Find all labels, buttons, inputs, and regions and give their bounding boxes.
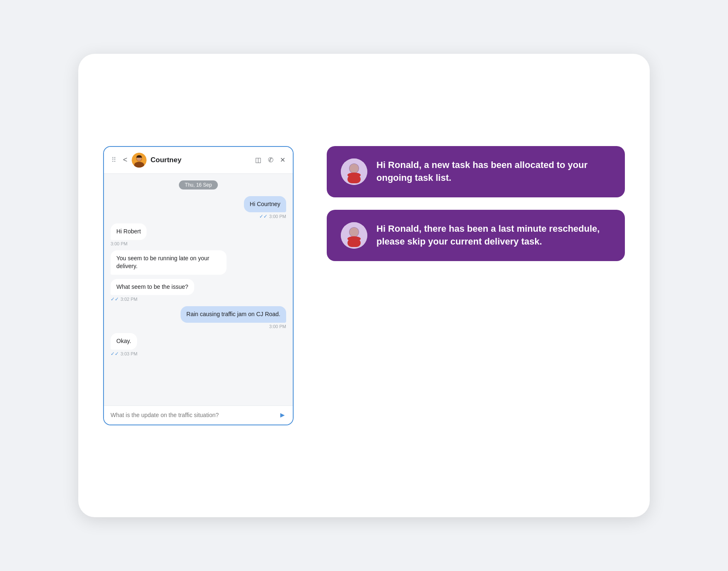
message-time: 3:00 PM: [269, 214, 286, 219]
message-time: 3:00 PM: [269, 324, 286, 329]
header-icons: ◫ ✆ ✕: [255, 156, 285, 164]
read-tick-icon: ✓✓: [111, 296, 119, 302]
notification-text-1: Hi Ronald, a new task has been allocated…: [376, 158, 611, 185]
notification-text-2: Hi Ronald, there has been a last minute …: [376, 222, 611, 249]
back-button[interactable]: <: [123, 156, 128, 164]
close-icon[interactable]: ✕: [280, 156, 285, 164]
message-meta: 3:00 PM: [111, 241, 128, 246]
read-tick-icon: ✓✓: [111, 351, 119, 357]
send-button[interactable]: ►: [279, 411, 286, 420]
message-meta: ✓✓ 3:00 PM: [259, 214, 286, 219]
chat-window-wrapper: ⠿ < Courtney ◫ ✆: [103, 146, 294, 425]
message-row: Rain causing traffic jam on CJ Road. 3:0…: [111, 306, 286, 329]
phone-icon[interactable]: ✆: [268, 156, 273, 164]
message-meta: ✓✓ 3:03 PM: [111, 351, 137, 357]
notification-card-1: Hi Ronald, a new task has been allocated…: [327, 146, 625, 197]
message-meta: 3:00 PM: [269, 324, 286, 329]
message-bubble: Rain causing traffic jam on CJ Road.: [181, 306, 286, 323]
contact-name: Courtney: [151, 156, 251, 164]
message-bubble: You seem to be running late on your deli…: [111, 250, 227, 275]
message-bubble: Okay.: [111, 333, 137, 350]
svg-point-11: [350, 228, 359, 237]
message-bubble: Hi Robert: [111, 223, 147, 240]
message-meta: ✓✓ 3:02 PM: [111, 296, 137, 302]
svg-point-13: [347, 236, 361, 241]
message-row: What seem to be the issue? ✓✓ 3:02 PM: [111, 279, 286, 302]
chat-header: ⠿ < Courtney ◫ ✆: [104, 147, 293, 174]
message-bubble: Hi Courtney: [244, 196, 286, 213]
outer-card: ⠿ < Courtney ◫ ✆: [78, 54, 650, 517]
notifications-panel: Hi Ronald, a new task has been allocated…: [327, 146, 625, 261]
svg-point-6: [350, 164, 359, 173]
chat-input-area: ►: [104, 405, 293, 425]
message-row: Hi Courtney ✓✓ 3:00 PM: [111, 196, 286, 220]
chat-input[interactable]: [111, 412, 275, 418]
chat-body: Thu, 16 Sep Hi Courtney ✓✓ 3:00 PM Hi Ro…: [104, 174, 293, 405]
chat-window: ⠿ < Courtney ◫ ✆: [104, 147, 293, 425]
notif-avatar-1: [341, 158, 367, 185]
svg-point-8: [347, 173, 361, 178]
message-time: 3:00 PM: [111, 241, 128, 246]
message-row: You seem to be running late on your deli…: [111, 250, 286, 275]
message-time: 3:02 PM: [121, 297, 137, 302]
read-tick-icon: ✓✓: [259, 214, 268, 219]
message-bubble: What seem to be the issue?: [111, 279, 194, 295]
message-row: Hi Robert 3:00 PM: [111, 223, 286, 246]
date-badge: Thu, 16 Sep: [179, 180, 217, 190]
notif-avatar-2: [341, 222, 367, 249]
message-row: Okay. ✓✓ 3:03 PM: [111, 333, 286, 357]
notification-card-2: Hi Ronald, there has been a last minute …: [327, 210, 625, 261]
contact-avatar: [132, 153, 147, 168]
drag-dots-icon[interactable]: ⠿: [111, 156, 117, 164]
content-area: ⠿ < Courtney ◫ ✆: [103, 146, 625, 425]
flip-icon[interactable]: ◫: [255, 156, 261, 164]
message-time: 3:03 PM: [121, 351, 137, 356]
